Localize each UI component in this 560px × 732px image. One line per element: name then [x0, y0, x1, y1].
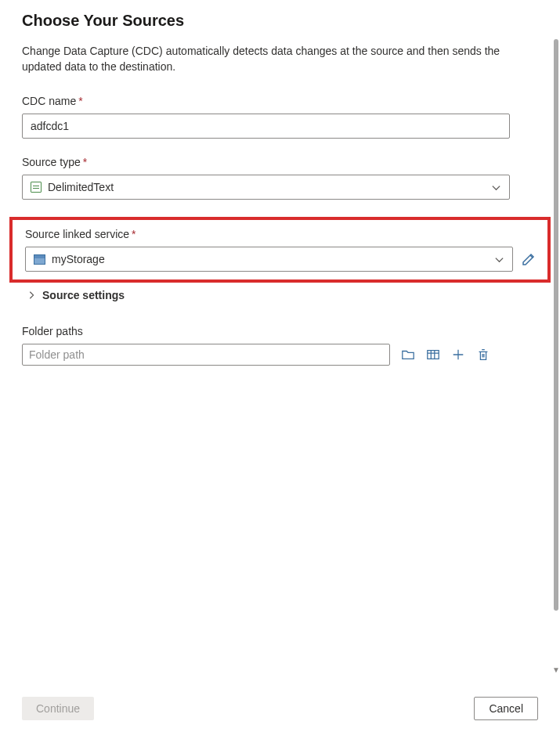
- cdc-name-field: CDC name*: [22, 95, 538, 139]
- storage-icon: [34, 254, 45, 265]
- scrollbar-thumb[interactable]: [554, 39, 558, 611]
- footer: Continue Cancel: [0, 685, 560, 732]
- source-settings-label: Source settings: [42, 289, 125, 301]
- source-settings-expander[interactable]: Source settings: [22, 289, 538, 301]
- source-type-label: Source type*: [22, 156, 538, 168]
- label-text: CDC name: [22, 95, 76, 107]
- folder-paths-field: Folder paths: [22, 325, 538, 366]
- chevron-down-icon: [494, 254, 504, 265]
- label-text: Source linked service: [25, 228, 129, 240]
- delete-icon[interactable]: [476, 348, 490, 362]
- chevron-down-icon: [491, 182, 501, 193]
- chevron-right-icon: [27, 290, 36, 300]
- linked-service-highlight: Source linked service* myStorage: [9, 217, 551, 283]
- form-content: Choose Your Sources Change Data Capture …: [0, 0, 560, 681]
- scrollbar[interactable]: [552, 39, 560, 669]
- cdc-name-input[interactable]: [22, 114, 510, 139]
- source-type-value: DelimitedText: [48, 181, 485, 193]
- continue-button[interactable]: Continue: [22, 697, 94, 720]
- schema-icon[interactable]: [426, 348, 440, 362]
- delimitedtext-icon: [31, 182, 42, 193]
- cdc-name-label: CDC name*: [22, 95, 538, 107]
- folder-paths-label: Folder paths: [22, 325, 538, 337]
- source-type-select[interactable]: DelimitedText: [22, 175, 510, 200]
- page-description: Change Data Capture (CDC) automatically …: [22, 44, 523, 74]
- svg-rect-0: [428, 351, 439, 359]
- label-text: Source type: [22, 156, 81, 168]
- cancel-button[interactable]: Cancel: [474, 697, 538, 720]
- browse-folder-icon[interactable]: [401, 348, 415, 362]
- linked-service-value: myStorage: [52, 253, 488, 265]
- source-type-field: Source type* DelimitedText: [22, 156, 538, 200]
- linked-service-select[interactable]: myStorage: [25, 247, 513, 272]
- edit-icon[interactable]: [521, 251, 537, 267]
- page-title: Choose Your Sources: [22, 12, 538, 30]
- add-icon[interactable]: [451, 348, 465, 362]
- required-marker: *: [83, 156, 87, 168]
- required-marker: *: [78, 95, 82, 107]
- required-marker: *: [132, 228, 135, 240]
- folder-path-input[interactable]: [22, 344, 390, 366]
- scroll-down-arrow[interactable]: ▼: [552, 665, 560, 673]
- linked-service-label: Source linked service*: [25, 228, 541, 240]
